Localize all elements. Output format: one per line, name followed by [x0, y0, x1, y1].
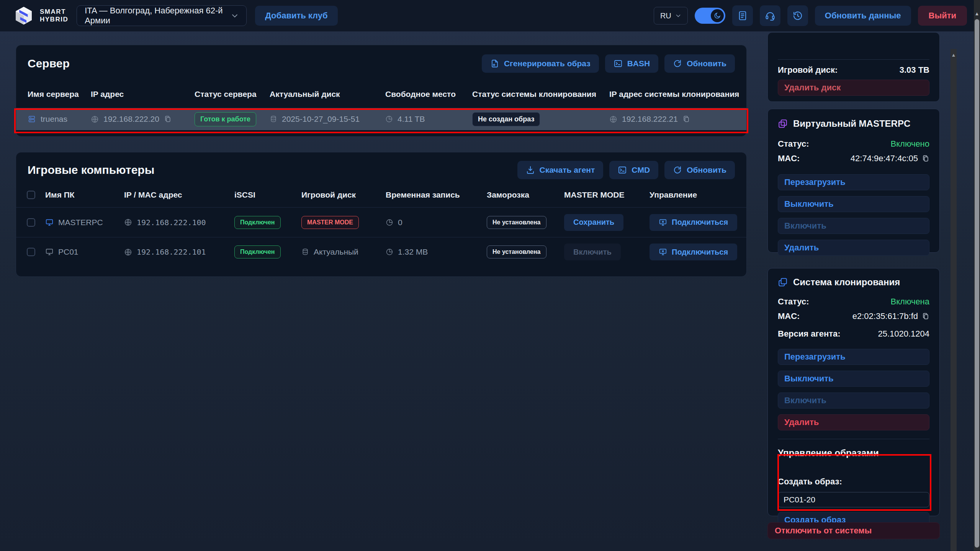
- create-image-label: Создать образ:: [778, 477, 929, 487]
- logo-text: SMART HYBRID: [40, 8, 68, 23]
- virtual-masterpc-card: Виртуальный MASTERPC Статус: Включено MA…: [767, 109, 940, 253]
- clone-mac-label: MAC:: [778, 311, 800, 321]
- clone-delete-button[interactable]: Удалить: [778, 414, 929, 430]
- vm-reboot-button[interactable]: Перезагрузить: [778, 174, 929, 190]
- copy-icon[interactable]: [164, 115, 172, 123]
- game-disk-card: Игровой диск: 3.03 TB Удалить диск: [767, 32, 940, 102]
- theme-toggle[interactable]: [695, 8, 725, 24]
- globe-icon: [124, 218, 132, 226]
- bash-button[interactable]: BASH: [605, 54, 659, 73]
- monitor-connect-icon: [659, 218, 667, 227]
- add-club-button[interactable]: Добавить клуб: [255, 6, 337, 26]
- document-icon: [737, 10, 748, 21]
- server-table-header: Имя сервера IP адрес Статус сервера Акту…: [16, 80, 746, 108]
- clone-ip-value: 192.168.222.21: [622, 114, 678, 124]
- page-scrollbar-thumb[interactable]: [975, 19, 979, 548]
- chevron-down-icon: [675, 13, 681, 19]
- vm-status-label: Статус:: [778, 139, 809, 149]
- pie-icon: [386, 219, 393, 226]
- clone-poweron-button[interactable]: Включить: [778, 392, 929, 409]
- vm-shutdown-button[interactable]: Выключить: [778, 196, 929, 212]
- cloning-system-card: Система клонирования Статус: Включена MA…: [767, 268, 940, 516]
- vm-delete-button[interactable]: Удалить: [778, 240, 929, 256]
- computers-refresh-button[interactable]: Обновить: [664, 161, 735, 179]
- connect-button[interactable]: Подключиться: [650, 244, 737, 260]
- row-checkbox[interactable]: [27, 218, 35, 227]
- vm-icon: [778, 119, 788, 129]
- server-status-badge: Готов к работе: [195, 112, 256, 126]
- copy-icon[interactable]: [922, 155, 929, 162]
- file-plus-icon: [490, 59, 499, 68]
- master-mode-save-button[interactable]: Сохранить: [564, 214, 623, 231]
- server-table-row[interactable]: truenas 192.168.222.20 Готов к работе 20…: [16, 108, 746, 130]
- scroll-up-arrow-icon[interactable]: ▲: [974, 0, 980, 16]
- computer-row-pc01[interactable]: PC01 192.168.222.101 Подключен Актуальны…: [16, 237, 746, 267]
- globe-icon: [124, 248, 132, 256]
- copy-icon[interactable]: [922, 312, 929, 320]
- globe-icon: [609, 115, 617, 123]
- refresh-icon: [673, 59, 682, 68]
- iscsi-status-badge: Подключен: [234, 216, 281, 229]
- logo-cube-icon: [13, 5, 34, 26]
- support-button[interactable]: [760, 5, 780, 26]
- history-button[interactable]: [787, 5, 808, 26]
- clone-status-label: Статус:: [778, 297, 809, 307]
- logout-button[interactable]: Выйти: [918, 6, 967, 26]
- club-select[interactable]: ITA — Волгоград, Набережная 62-й Армии: [77, 5, 247, 26]
- image-name-input[interactable]: [778, 492, 929, 507]
- disk-icon: [301, 248, 309, 256]
- page-scrollbar[interactable]: ▲: [974, 0, 980, 551]
- vm-poweron-button[interactable]: Включить: [778, 218, 929, 234]
- refresh-icon: [673, 165, 682, 175]
- pie-icon: [385, 115, 393, 123]
- server-name: truenas: [41, 114, 67, 124]
- game-disk-value: Актуальный: [314, 247, 358, 257]
- server-section-title: Сервер: [28, 57, 70, 70]
- row-checkbox[interactable]: [27, 248, 35, 256]
- refresh-data-button[interactable]: Обновить данные: [815, 6, 911, 26]
- generate-image-button[interactable]: Сгенерировать образ: [482, 54, 599, 73]
- cmd-button[interactable]: CMD: [609, 161, 658, 179]
- copy-icon[interactable]: [682, 115, 690, 123]
- terminal-icon: [614, 59, 623, 68]
- pc-name: PC01: [58, 247, 79, 257]
- logs-button[interactable]: [732, 5, 753, 26]
- select-all-checkbox[interactable]: [27, 191, 35, 199]
- history-clock-icon: [792, 10, 803, 21]
- pc-name: MASTERPC: [58, 218, 103, 227]
- app-logo: SMART HYBRID: [13, 5, 68, 26]
- globe-icon: [91, 115, 99, 123]
- monitor-connect-icon: [659, 248, 667, 256]
- scroll-up-arrow-icon[interactable]: ▲: [951, 49, 957, 58]
- connect-button[interactable]: Подключиться: [650, 214, 737, 231]
- free-space-value: 4.11 TB: [398, 114, 425, 124]
- computers-card: Игровые компьютеры Скачать агент CMD Обн…: [16, 152, 747, 277]
- temp-write-value: 0: [398, 218, 402, 227]
- clone-shutdown-button[interactable]: Выключить: [778, 371, 929, 387]
- pie-icon: [386, 248, 393, 256]
- delete-disk-button[interactable]: Удалить диск: [778, 80, 929, 96]
- agent-version-value: 25.1020.1204: [878, 329, 929, 339]
- monitor-icon: [45, 248, 54, 256]
- download-icon: [526, 165, 535, 175]
- freeze-badge: Не установлена: [487, 216, 546, 229]
- clone-status-badge: Не создан образ: [472, 112, 540, 126]
- clone-reboot-button[interactable]: Перезагрузить: [778, 349, 929, 365]
- temp-write-value: 1.32 MB: [398, 247, 428, 257]
- top-header: SMART HYBRID ITA — Волгоград, Набережная…: [0, 0, 980, 31]
- image-management-heading: Управление образами: [778, 448, 929, 458]
- chevron-down-icon: [231, 12, 239, 20]
- clone-card-title: Система клонирования: [793, 277, 900, 288]
- vm-mac-value: 42:74:9e:47:4c:05: [851, 154, 918, 164]
- disconnect-system-button[interactable]: Отключить от системы: [767, 522, 940, 539]
- computer-row-masterpc[interactable]: MASTERPC 192.168.222.100 Подключен MASTE…: [16, 208, 746, 237]
- agent-version-label: Версия агента:: [778, 329, 841, 339]
- server-refresh-button[interactable]: Обновить: [664, 54, 735, 73]
- language-select[interactable]: RU: [654, 7, 688, 25]
- clone-mac-value: e2:02:35:61:7b:fd: [852, 311, 918, 321]
- game-disk-label: Игровой диск:: [778, 65, 838, 75]
- download-agent-button[interactable]: Скачать агент: [517, 161, 604, 179]
- master-mode-enable-button[interactable]: Включить: [564, 244, 621, 260]
- sidebar-scrollbar[interactable]: ▲: [951, 49, 957, 551]
- server-icon: [28, 115, 36, 123]
